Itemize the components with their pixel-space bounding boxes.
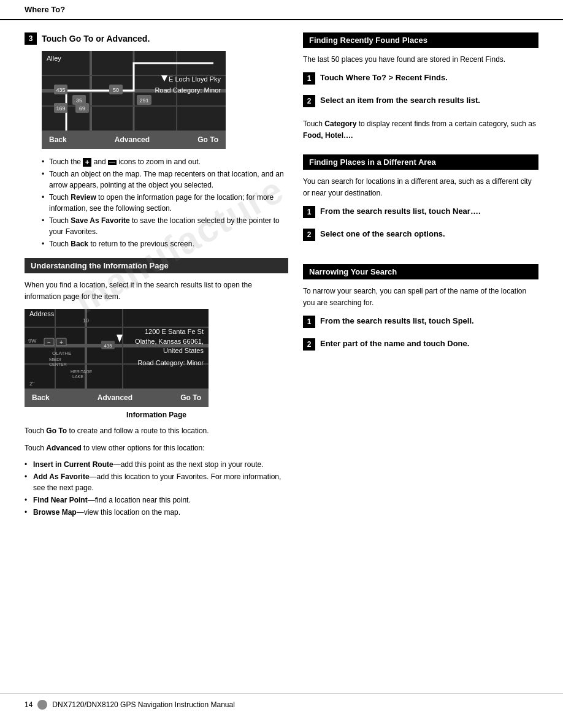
goto-para: Touch Go To to create and follow a route… — [25, 425, 288, 437]
svg-text:OLATHE: OLATHE — [52, 351, 71, 356]
map2-addr2: Olathe, Kansas 66061, — [135, 337, 204, 346]
bullet-5: Touch Back to return to the previous scr… — [42, 238, 288, 249]
bullet-2: Touch an object on the map. The map rece… — [42, 169, 288, 191]
section1-step2-num: 2 — [303, 95, 315, 107]
section1-title: Finding Recently Found Places — [303, 32, 538, 48]
map1-road-name: E Loch Lloyd Pky — [169, 75, 221, 83]
section1-step1-text: Touch Where To? > Recent Finds. — [320, 72, 448, 84]
map1-road-category: Road Category: Minor — [155, 86, 221, 94]
map1-container: 435 35 169 69 50 291 All — [42, 51, 226, 149]
section1-step2-text: Select an item from the search results l… — [320, 94, 480, 107]
svg-text:+: + — [59, 339, 63, 346]
section1-step2: 2 Select an item from the search results… — [303, 94, 538, 107]
section-narrow-search: Narrowing Your Search To narrow your sea… — [303, 264, 538, 351]
map1-inner: 435 35 169 69 50 291 All — [42, 51, 226, 131]
svg-text:435: 435 — [104, 343, 112, 349]
section3-title: Narrowing Your Search — [303, 264, 538, 279]
page: Where To? 3 Touch Go To or Advanced. — [0, 0, 563, 728]
section2-step2-text: Select one of the search options. — [320, 228, 445, 240]
section3-intro: To narrow your search, you can spell par… — [303, 286, 538, 309]
section3-step1-text: From the search results list, touch Spel… — [320, 315, 474, 327]
section2-step1: 1 From the search results list, touch Ne… — [303, 205, 538, 218]
bullet-3: Touch Review to open the information pag… — [42, 192, 288, 214]
step3-header: 3 Touch Go To or Advanced. — [25, 32, 288, 45]
map1-advanced-btn[interactable]: Advanced — [115, 135, 150, 144]
globe-icon — [37, 700, 47, 710]
map2-back-btn[interactable]: Back — [32, 393, 50, 402]
section3-step1-num: 1 — [303, 316, 315, 328]
section1-step1: 1 Touch Where To? > Recent Finds. — [303, 72, 538, 85]
svg-text:Alley: Alley — [47, 55, 61, 62]
left-column: 3 Touch Go To or Advanced. — [25, 32, 288, 529]
svg-text:LAKE: LAKE — [72, 374, 83, 379]
section3-step2-num: 2 — [303, 338, 315, 351]
section1-note: Touch Category to display recent finds f… — [303, 118, 538, 142]
svg-text:10: 10 — [83, 317, 89, 324]
step3-title: Touch Go To or Advanced. — [42, 34, 150, 44]
section2-step2-num: 2 — [303, 229, 315, 241]
footer-page-num: 14 — [25, 700, 33, 709]
adv-item-4: Browse Map—view this location on the map… — [25, 507, 288, 518]
minus-icon: — — [108, 160, 117, 165]
svg-text:CENTER: CENTER — [49, 362, 67, 366]
map2-inner: OLATHE MEDI CENTER HERITAGE LAKE 2" 9W — [25, 309, 209, 389]
page-section-title: Where To? — [25, 5, 65, 14]
bullet-1: Touch the + and — icons to zoom in and o… — [42, 156, 288, 167]
advanced-para: Touch Advanced to view other options for… — [25, 442, 288, 454]
svg-text:MEDI: MEDI — [49, 357, 61, 362]
plus-icon: + — [83, 158, 91, 167]
advanced-options-list: Insert in Current Route—add this point a… — [25, 459, 288, 518]
step3-num: 3 — [25, 32, 37, 45]
info-page-title: Understanding the Information Page — [25, 258, 288, 273]
svg-text:291: 291 — [139, 97, 148, 104]
map1-goto-btn[interactable]: Go To — [197, 135, 218, 144]
svg-text:69: 69 — [79, 105, 85, 112]
svg-text:50: 50 — [113, 87, 119, 93]
page-footer: 14 DNX7120/DNX8120 GPS Navigation Instru… — [0, 693, 563, 716]
map2-addr1: 1200 E Santa Fe St — [135, 327, 204, 336]
content-area: 3 Touch Go To or Advanced. — [0, 20, 563, 541]
map1-back-btn[interactable]: Back — [49, 135, 67, 144]
map2-container: OLATHE MEDI CENTER HERITAGE LAKE 2" 9W — [25, 309, 209, 407]
adv-item-2: Add As Favorite—add this location to you… — [25, 471, 288, 493]
adv-item-3: Find Near Point—find a location near thi… — [25, 495, 288, 506]
right-column: Finding Recently Found Places The last 5… — [303, 32, 538, 529]
svg-text:−: − — [47, 339, 51, 346]
svg-text:9W: 9W — [28, 338, 37, 344]
adv-item-1: Insert in Current Route—add this point a… — [25, 459, 288, 470]
info-page-section: Understanding the Information Page When … — [25, 258, 288, 518]
footer-manual-title: DNX7120/DNX8120 GPS Navigation Instructi… — [52, 700, 235, 709]
info-page-intro: When you find a location, select it in t… — [25, 279, 288, 303]
section2-intro: You can search for locations in a differ… — [303, 176, 538, 199]
section2-title: Finding Places in a Different Area — [303, 154, 538, 170]
svg-text:35: 35 — [76, 97, 82, 104]
section3-step2: 2 Enter part of the name and touch Done. — [303, 338, 538, 351]
map2-address-info: 1200 E Santa Fe St Olathe, Kansas 66061,… — [135, 327, 204, 368]
section-different-area: Finding Places in a Different Area You c… — [303, 154, 538, 252]
map2-road-cat: Road Category: Minor — [135, 358, 204, 368]
bullet-4: Touch Save As Favorite to save the locat… — [42, 215, 288, 237]
section2-step1-num: 1 — [303, 206, 315, 218]
section2-step2: 2 Select one of the search options. — [303, 228, 538, 241]
map2-caption: Information Page — [25, 411, 288, 419]
section3-step1: 1 From the search results list, touch Sp… — [303, 315, 538, 328]
svg-text:Address: Address — [29, 310, 55, 317]
section1-step1-num: 1 — [303, 72, 315, 85]
step3-bullets: Touch the + and — icons to zoom in and o… — [42, 156, 288, 249]
map2-addr3: United States — [135, 346, 204, 355]
section1-intro: The last 50 places you have found are st… — [303, 54, 538, 66]
top-bar: Where To? — [0, 0, 563, 20]
map2-goto-btn[interactable]: Go To — [180, 393, 201, 402]
map1-buttons: Back Advanced Go To — [42, 131, 226, 149]
section-recently-found: Finding Recently Found Places The last 5… — [303, 32, 538, 142]
svg-text:2": 2" — [29, 381, 34, 387]
map2-buttons: Back Advanced Go To — [25, 389, 209, 407]
section2-step1-text: From the search results list, touch Near… — [320, 205, 481, 218]
svg-text:169: 169 — [56, 105, 65, 112]
svg-text:435: 435 — [56, 87, 65, 93]
section3-step2-text: Enter part of the name and touch Done. — [320, 338, 469, 350]
map2-advanced-btn[interactable]: Advanced — [98, 393, 132, 402]
svg-text:HERITAGE: HERITAGE — [71, 370, 93, 374]
